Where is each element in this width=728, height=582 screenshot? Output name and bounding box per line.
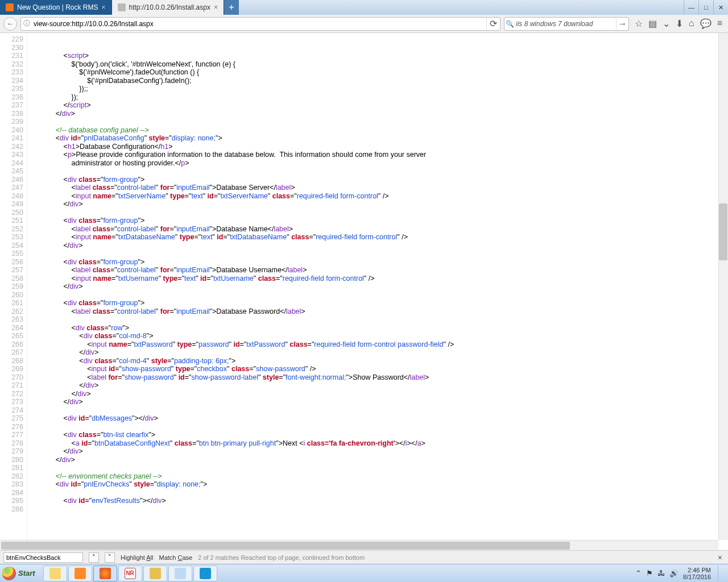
tab-close-icon[interactable]: × bbox=[102, 3, 106, 11]
pocket-icon[interactable]: ⌄ bbox=[663, 18, 670, 29]
horizontal-scroll-thumb[interactable] bbox=[1, 542, 570, 550]
search-go-button[interactable]: → bbox=[616, 19, 628, 29]
source-code[interactable]: <script> $('body').on('click', '#btnWelc… bbox=[27, 33, 728, 550]
find-highlight-all[interactable]: Highlight All bbox=[121, 554, 154, 561]
show-desktop-button[interactable] bbox=[718, 566, 725, 581]
bookmark-star-icon[interactable]: ☆ bbox=[635, 18, 643, 29]
tab-close-icon[interactable]: × bbox=[214, 3, 218, 11]
taskbar-apps: NR bbox=[41, 566, 220, 581]
tab-title: http://10.0.0.26/Install.aspx bbox=[129, 3, 210, 11]
favicon-icon bbox=[118, 3, 126, 11]
url-input[interactable] bbox=[32, 20, 486, 28]
home-icon[interactable]: ⌂ bbox=[689, 18, 694, 29]
tab-active[interactable]: http://10.0.0.26/Install.aspx × bbox=[112, 0, 224, 15]
start-label: Start bbox=[18, 569, 35, 577]
tray-time: 2:46 PM bbox=[683, 567, 711, 573]
vertical-scrollbar[interactable] bbox=[718, 33, 728, 540]
horizontal-scrollbar[interactable] bbox=[0, 540, 718, 550]
taskbar-app-media[interactable] bbox=[68, 566, 92, 581]
browser-navbar: ← ⓘ ⟳ 🔍 → ☆ ▤ ⌄ ⬇ ⌂ 💬 ≡ bbox=[0, 15, 728, 33]
sevenzip-icon bbox=[150, 568, 161, 579]
tray-volume-icon[interactable]: 🔊 bbox=[669, 569, 679, 577]
teamviewer-icon bbox=[200, 568, 211, 579]
taskbar-app-explorer[interactable] bbox=[43, 566, 67, 581]
find-input[interactable] bbox=[3, 552, 83, 563]
system-tray: ⌃ ⚑ 🖧 🔊 2:46 PM 8/17/2016 bbox=[632, 566, 728, 581]
find-prev-button[interactable]: ˄ bbox=[89, 552, 99, 563]
tray-network-icon[interactable]: 🖧 bbox=[657, 569, 665, 577]
find-next-button[interactable]: ˅ bbox=[105, 552, 115, 563]
toolbar-icons: ☆ ▤ ⌄ ⬇ ⌂ 💬 ≡ bbox=[632, 18, 725, 29]
url-box[interactable]: ⓘ ⟳ bbox=[20, 17, 500, 31]
find-bar: ˄ ˅ Highlight All Match Case 2 of 2 matc… bbox=[0, 550, 728, 564]
new-tab-button[interactable]: + bbox=[224, 0, 239, 15]
view-source-area: 229 230 231 232 233 234 235 236 237 238 … bbox=[0, 33, 728, 550]
search-icon: 🔍 bbox=[504, 20, 516, 28]
folder-icon bbox=[49, 568, 61, 579]
taskbar-app-7zip[interactable] bbox=[143, 566, 167, 581]
tab-inactive[interactable]: New Question | Rock RMS × bbox=[0, 0, 112, 15]
find-close-button[interactable]: × bbox=[715, 553, 725, 562]
back-button[interactable]: ← bbox=[3, 17, 17, 31]
favicon-icon bbox=[6, 3, 14, 11]
library-icon[interactable]: ▤ bbox=[648, 18, 657, 29]
tray-clock[interactable]: 2:46 PM 8/17/2016 bbox=[683, 567, 711, 580]
nr-icon: NR bbox=[125, 568, 136, 579]
find-match-case[interactable]: Match Case bbox=[159, 554, 193, 561]
vertical-scroll-thumb[interactable] bbox=[719, 203, 727, 260]
find-status: 2 of 2 matches Reached top of page, cont… bbox=[198, 554, 365, 561]
taskbar-app-tool[interactable] bbox=[168, 566, 192, 581]
downloads-icon[interactable]: ⬇ bbox=[676, 18, 683, 29]
media-icon bbox=[75, 568, 86, 579]
reload-button[interactable]: ⟳ bbox=[486, 18, 500, 29]
line-number-gutter: 229 230 231 232 233 234 235 236 237 238 … bbox=[0, 33, 27, 550]
window-close-button[interactable]: ✕ bbox=[713, 0, 728, 15]
windows-orb-icon bbox=[2, 567, 16, 580]
tool-icon bbox=[175, 568, 186, 579]
window-maximize-button[interactable]: □ bbox=[698, 0, 713, 15]
tray-flag-icon[interactable]: ⚑ bbox=[646, 569, 653, 577]
search-box[interactable]: 🔍 → bbox=[504, 17, 629, 31]
browser-tabstrip: New Question | Rock RMS × http://10.0.0.… bbox=[0, 0, 728, 15]
window-minimize-button[interactable]: — bbox=[684, 0, 698, 15]
taskbar-app-nr[interactable]: NR bbox=[118, 566, 142, 581]
chat-icon[interactable]: 💬 bbox=[700, 18, 712, 29]
taskbar-app-firefox[interactable] bbox=[93, 566, 117, 581]
menu-icon[interactable]: ≡ bbox=[717, 18, 722, 29]
search-input[interactable] bbox=[516, 20, 616, 28]
taskbar-app-teamviewer[interactable] bbox=[193, 566, 217, 581]
identity-icon[interactable]: ⓘ bbox=[21, 19, 32, 28]
tray-expand-icon[interactable]: ⌃ bbox=[635, 569, 642, 577]
tray-date: 8/17/2016 bbox=[683, 573, 711, 580]
start-button[interactable]: Start bbox=[0, 564, 41, 583]
tab-title: New Question | Rock RMS bbox=[17, 3, 98, 11]
windows-taskbar: Start NR ⌃ ⚑ 🖧 🔊 2:46 PM 8/17/2016 bbox=[0, 564, 728, 582]
firefox-icon bbox=[100, 568, 111, 579]
